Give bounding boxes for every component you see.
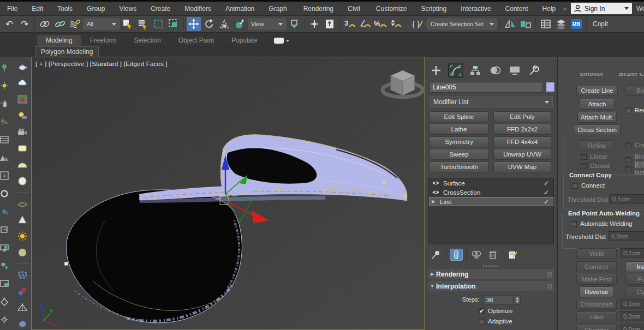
enabled-check-icon[interactable]: ✓ <box>544 189 549 196</box>
menu-tools[interactable]: Tools <box>50 2 80 16</box>
keyboard-override-toggle-icon[interactable] <box>323 17 337 31</box>
lathe-button[interactable]: Lathe <box>430 124 488 135</box>
connect-copy-threshold-field[interactable]: 0,1cm <box>609 194 644 204</box>
steps-spinner[interactable] <box>514 295 521 305</box>
menu-customize[interactable]: Customize <box>369 2 414 16</box>
menu-animation[interactable]: Animation <box>218 2 261 16</box>
percent-snap-toggle-icon[interactable]: % <box>373 17 387 31</box>
mirror-icon[interactable] <box>503 17 517 31</box>
mountain-icon[interactable] <box>0 152 10 163</box>
pin-stack-icon[interactable] <box>430 249 443 261</box>
break-button[interactable]: Break <box>625 85 644 96</box>
plant-icon[interactable] <box>0 62 10 73</box>
spinner-up-icon[interactable] <box>516 297 519 299</box>
bind-to-space-warp-icon[interactable] <box>68 17 82 31</box>
paint-bucket-icon[interactable] <box>0 206 10 217</box>
spline-vertex-selected[interactable] <box>404 195 407 197</box>
render-frame-icon[interactable] <box>16 94 28 105</box>
sphere-light-icon[interactable] <box>16 176 28 187</box>
display-monitor-icon[interactable] <box>0 242 10 253</box>
tab-selection[interactable]: Selection <box>125 35 169 46</box>
turbosmooth-button[interactable]: TurboSmooth <box>430 161 488 172</box>
show-end-result-toggle[interactable] <box>450 249 463 261</box>
tab-populate[interactable]: Populate <box>223 35 266 46</box>
toggle-layer-explorer-icon[interactable] <box>554 17 568 31</box>
spinner-snap-toggle-icon[interactable] <box>389 17 403 31</box>
trees-icon[interactable] <box>0 116 10 127</box>
insert-button[interactable]: Insert <box>625 261 644 272</box>
select-and-link-icon[interactable] <box>38 17 52 31</box>
pyramid-gizmo-icon[interactable] <box>16 302 28 313</box>
ribbon-config-button[interactable] <box>274 38 289 46</box>
select-by-name-icon[interactable] <box>136 17 150 31</box>
fuse-button[interactable]: Fuse <box>625 274 644 285</box>
create-line-button[interactable]: Create Line <box>576 85 618 96</box>
undo-button[interactable]: ↶ <box>2 17 16 31</box>
chamfer-value-field[interactable]: 0,0cm <box>620 325 644 330</box>
enabled-check-icon[interactable]: ✓ <box>544 198 549 206</box>
reorient-checkbox[interactable] <box>625 107 631 113</box>
tab-utilities[interactable] <box>527 63 542 78</box>
sign-in-dropdown[interactable]: Sign In <box>571 3 632 14</box>
angle-snap-toggle-icon[interactable] <box>358 17 372 31</box>
unlink-selection-icon[interactable] <box>53 17 67 31</box>
render-setup-rb-icon[interactable]: RB <box>569 17 583 31</box>
linear-checkbox[interactable] <box>581 154 587 160</box>
panel-drag-handle[interactable] <box>425 57 557 59</box>
stack-row-surface[interactable]: Surface ✓ <box>429 178 553 188</box>
particle-array-icon[interactable] <box>16 269 28 280</box>
grid-list-icon[interactable] <box>0 134 10 145</box>
steps-value-field[interactable]: 36 <box>483 295 514 305</box>
sphere-icon[interactable] <box>16 247 28 258</box>
tab-display[interactable] <box>507 63 522 78</box>
crossinsert-value-field[interactable]: 0,1cm <box>620 299 644 309</box>
cycle-button[interactable]: Cycle <box>625 286 644 297</box>
select-and-scale-icon[interactable] <box>217 17 231 31</box>
cloud-icon[interactable] <box>16 77 28 88</box>
cross-section-button[interactable]: Cross Section <box>574 124 621 135</box>
spinner-down-icon[interactable] <box>516 301 519 303</box>
spline-vertex-selected[interactable] <box>383 181 385 184</box>
sun-icon[interactable] <box>16 231 28 242</box>
menu-overflow-chevron[interactable]: » <box>563 5 567 13</box>
toggle-scene-explorer-icon[interactable] <box>539 17 553 31</box>
polygon-modeling-panel-tab[interactable]: Polygon Modeling <box>35 46 99 57</box>
tab-modify[interactable] <box>448 63 463 78</box>
fillet-button[interactable]: Fillet <box>576 311 617 322</box>
rendering-rollout-header[interactable]: ▶ Rendering <box>428 269 554 279</box>
bind-first-checkbox[interactable] <box>625 157 631 163</box>
fillet-value-field[interactable]: 0,0cm <box>620 311 644 321</box>
select-and-manipulate-icon[interactable] <box>307 17 321 31</box>
tab-hierarchy[interactable] <box>468 63 483 78</box>
visibility-eye-icon[interactable] <box>432 189 440 196</box>
menu-content[interactable]: Content <box>498 2 535 16</box>
selection-filter-dropdown[interactable]: All <box>84 19 120 29</box>
connect-button[interactable]: Connect <box>576 261 617 272</box>
menu-help[interactable]: Help <box>535 2 563 16</box>
spray-add-icon[interactable] <box>0 260 10 271</box>
connect-copy-checkbox[interactable] <box>572 183 578 189</box>
select-and-rotate-icon[interactable] <box>202 17 216 31</box>
select-and-place-icon[interactable] <box>232 17 247 31</box>
attach-mult-button[interactable]: Attach Mult. <box>577 112 617 123</box>
stack-row-line-selected[interactable]: ▶ Line ✓ <box>429 197 553 206</box>
redo-button[interactable]: ↷ <box>17 17 32 31</box>
chamfer-button[interactable]: Chamfer <box>576 325 617 330</box>
select-object-icon[interactable] <box>121 17 135 31</box>
unwrap-uvw-button[interactable]: Unwrap UVW <box>493 149 551 160</box>
enabled-check-icon[interactable]: ✓ <box>544 179 549 187</box>
edit-poly-button[interactable]: Edit Poly <box>493 111 551 122</box>
tab-create[interactable] <box>428 63 444 78</box>
sweep-button[interactable]: Sweep <box>430 149 488 160</box>
refine-button[interactable]: Refine <box>580 140 615 151</box>
menu-group[interactable]: Group <box>80 2 112 16</box>
camera-icon[interactable] <box>16 127 28 137</box>
reverse-button[interactable]: Reverse <box>580 286 613 297</box>
configure-modifier-sets-icon[interactable] <box>506 249 520 261</box>
menu-file[interactable]: File <box>0 2 25 16</box>
object-color-swatch[interactable] <box>546 82 555 92</box>
menu-rendering[interactable]: Rendering <box>296 2 341 16</box>
connect-checkbox[interactable] <box>625 142 631 148</box>
window-crossing-toggle-icon[interactable] <box>166 17 181 31</box>
smooth-option-clipped[interactable]: Smooth <box>580 73 610 78</box>
